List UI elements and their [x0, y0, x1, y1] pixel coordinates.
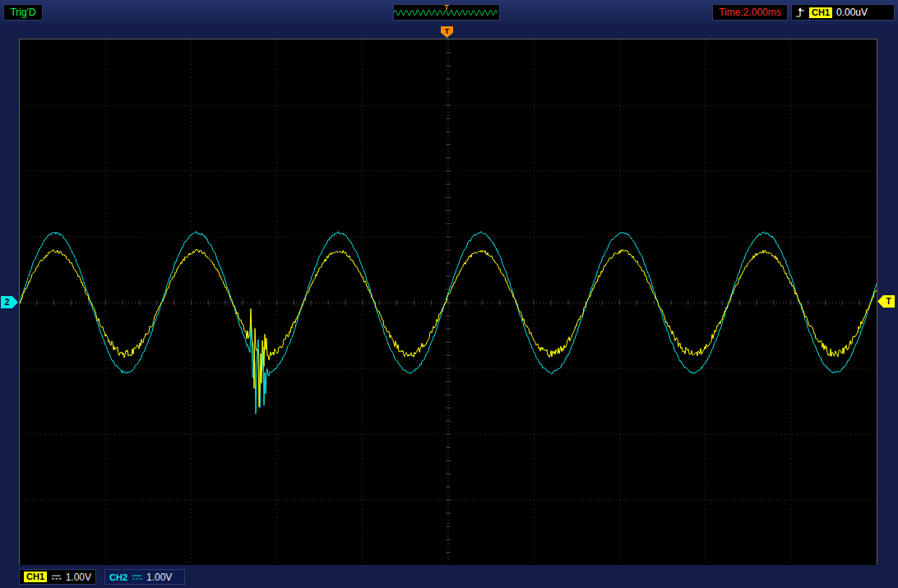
preview-trigger-marker[interactable]: T	[444, 4, 449, 12]
scope-canvas	[20, 39, 877, 566]
trigger-source-badge: CH1	[809, 7, 832, 18]
trigger-level-value: 0.00uV	[836, 7, 868, 18]
trigger-status-text: Trig'D	[10, 7, 35, 18]
bottom-channel-bar: CH1 1.00V CH2 1.00V	[0, 565, 898, 588]
channel1-control[interactable]: CH1 1.00V	[19, 569, 96, 585]
trigger-level-marker[interactable]: T	[877, 295, 895, 308]
channel1-coupling-icon	[51, 573, 62, 581]
trigger-readout: CH1 0.00uV	[791, 4, 895, 21]
trigger-position-marker[interactable]: T	[441, 26, 453, 38]
ch2-ground-marker[interactable]: 2	[1, 296, 18, 308]
channel2-label[interactable]: CH2	[109, 572, 127, 582]
top-status-bar: Trig'D T Time:2.000ms CH1 0.00uV	[0, 0, 898, 26]
timebase-value: Time:2.000ms	[719, 7, 781, 18]
graticule	[20, 39, 877, 566]
channel1-badge[interactable]: CH1	[24, 572, 47, 582]
trigger-edge-icon	[795, 7, 805, 19]
waveform-display[interactable]	[19, 39, 877, 567]
channel2-control[interactable]: CH2 1.00V	[104, 569, 185, 585]
timebase-readout: Time:2.000ms	[712, 4, 788, 21]
record-preview[interactable]: T	[393, 4, 500, 21]
trigger-status-box: Trig'D	[3, 4, 43, 21]
channel2-scale: 1.00V	[146, 572, 172, 583]
channel2-coupling-icon	[132, 573, 142, 581]
channel1-scale: 1.00V	[66, 572, 91, 583]
